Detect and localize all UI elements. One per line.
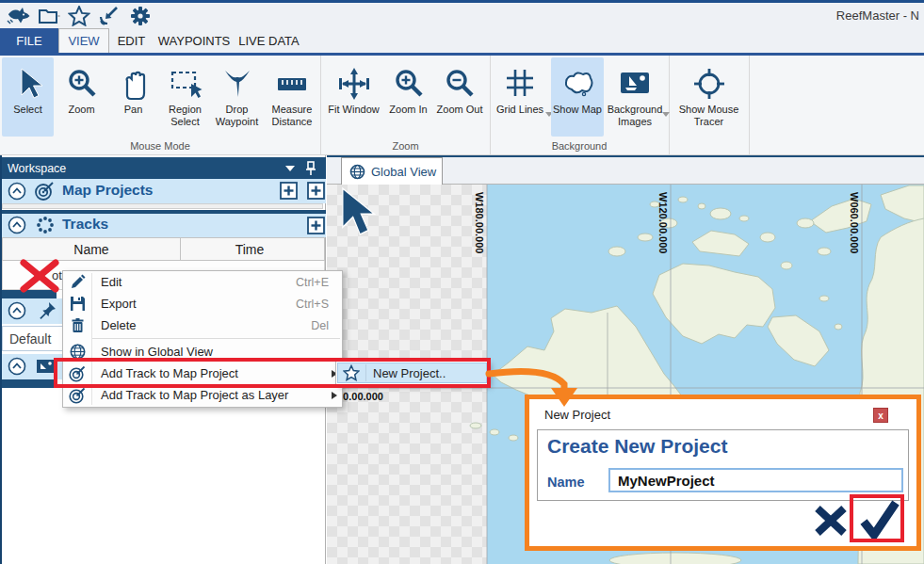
grid-lines-button[interactable]: Grid Lines xyxy=(495,57,544,137)
zoom-in-button[interactable]: Zoom In xyxy=(382,57,434,137)
workspace-header[interactable]: Workspace xyxy=(0,157,326,180)
gridline-label-w060: W060.00.000 xyxy=(849,192,860,253)
tab-waypoints[interactable]: WAYPOINTS xyxy=(154,28,235,53)
fit-window-icon xyxy=(328,57,380,101)
zoom-out-button[interactable]: Zoom Out xyxy=(435,57,484,137)
column-name[interactable]: Name xyxy=(3,238,180,260)
tab-global-view[interactable]: Global View xyxy=(341,157,443,185)
gridline-label-n60: 60.00.000 xyxy=(337,391,383,402)
ribbon: Select Zoom Pan Region Select Drop Waypo… xyxy=(0,56,924,155)
gridline-label-w180: W180.00.000 xyxy=(474,192,485,253)
pan-hand-icon xyxy=(107,57,159,101)
map-project-submenu: New Project.. xyxy=(335,361,489,385)
show-map-australia-icon xyxy=(551,57,604,101)
menu-item-edit[interactable]: Edit Ctrl+E xyxy=(63,271,342,293)
section-tracks[interactable]: Tracks xyxy=(0,214,326,237)
add-track-button[interactable] xyxy=(307,217,325,234)
pencil-icon xyxy=(63,274,91,290)
dialog-heading: Create New Project xyxy=(547,435,727,458)
dialog-form-panel: Create New Project Name xyxy=(537,429,909,501)
zoom-magnifier-icon xyxy=(56,57,107,101)
group-zoom: Fit Window Zoom In Zoom Out Zoom xyxy=(321,56,491,154)
menu-separator xyxy=(91,338,340,339)
measure-ruler-icon xyxy=(265,57,319,101)
map-projects-label: Map Projects xyxy=(62,182,153,199)
pin-panel-icon[interactable] xyxy=(305,161,316,176)
settings-gear-icon[interactable] xyxy=(130,6,151,26)
project-name-input[interactable] xyxy=(608,468,903,492)
add-map-project-button[interactable] xyxy=(280,182,298,200)
dialog-close-button[interactable]: x xyxy=(873,408,888,423)
map-tab-label: Global View xyxy=(371,165,436,179)
measure-distance-button[interactable]: Measure Distance xyxy=(265,57,319,137)
dialog-confirm-button[interactable] xyxy=(859,499,900,540)
zoom-out-icon xyxy=(435,57,484,101)
fit-window-button[interactable]: Fit Window xyxy=(328,57,380,137)
group-label-mouse-mode: Mouse Mode xyxy=(0,140,320,152)
gridline-label-w120: W120.00.000 xyxy=(657,192,669,253)
show-map-button[interactable]: Show Map xyxy=(551,57,604,137)
titlebar: ReefMaster - N xyxy=(0,3,924,28)
collapse-caret-icon[interactable] xyxy=(8,357,26,376)
selection-strip xyxy=(0,379,57,388)
tab-edit[interactable]: EDIT xyxy=(109,28,154,53)
trash-icon xyxy=(63,317,91,333)
star-icon xyxy=(343,364,360,381)
menu-item-export[interactable]: Export Ctrl+S xyxy=(63,293,342,314)
tab-file[interactable]: FILE xyxy=(0,28,58,53)
column-time[interactable]: Time xyxy=(180,238,318,260)
dialog-cancel-button[interactable] xyxy=(814,505,848,537)
select-cursor-icon xyxy=(2,57,54,101)
target-icon xyxy=(63,365,91,382)
show-mouse-tracer-button[interactable]: Show Mouse Tracer xyxy=(672,57,746,137)
open-folder-icon[interactable] xyxy=(38,7,60,25)
section-resize-bar[interactable] xyxy=(2,203,323,209)
track-context-menu: Edit Ctrl+E Export Ctrl+S Delete Del Sho… xyxy=(62,270,343,408)
menu-item-add-track-as-layer[interactable]: Add Track to Map Project as Layer xyxy=(63,384,342,406)
region-select-icon xyxy=(159,57,211,101)
background-images-button[interactable]: Background Images xyxy=(606,57,664,137)
workspace-dropdown-caret-icon[interactable] xyxy=(285,166,295,171)
select-button[interactable]: Select xyxy=(2,57,54,137)
group-label-background: Background xyxy=(490,140,669,152)
globe-icon xyxy=(349,164,365,180)
menu-item-show-in-global-view[interactable]: Show in Global View xyxy=(63,341,342,363)
zoom-button[interactable]: Zoom xyxy=(56,57,107,137)
section-map-projects[interactable]: Map Projects xyxy=(0,179,326,203)
region-select-button[interactable]: Region Select xyxy=(159,57,211,137)
add-map-project-alt-button[interactable] xyxy=(307,182,325,200)
mouse-tracer-crosshair-icon xyxy=(672,57,746,101)
target-icon xyxy=(63,387,91,404)
collapse-caret-icon[interactable] xyxy=(8,216,26,234)
menu-item-add-track-to-map-project[interactable]: Add Track to Map Project xyxy=(63,363,342,384)
drop-waypoint-button[interactable]: Drop Waypoint xyxy=(211,57,263,137)
globe-icon xyxy=(63,344,91,360)
menu-item-delete[interactable]: Delete Del xyxy=(63,314,342,336)
grid-lines-icon xyxy=(495,57,544,101)
image-icon xyxy=(36,359,57,374)
zoom-in-icon xyxy=(382,57,434,101)
pushpin-icon xyxy=(38,301,57,320)
annotation-red-x xyxy=(19,258,60,294)
group-tracer: Show Mouse Tracer xyxy=(669,56,750,154)
panel-left-border xyxy=(0,155,2,564)
pan-button[interactable]: Pan xyxy=(107,57,159,137)
name-label: Name xyxy=(547,475,585,490)
collapse-caret-icon[interactable] xyxy=(8,301,26,320)
live-sonar-icon[interactable] xyxy=(98,6,122,26)
ribbon-tab-row: FILE VIEW EDIT WAYPOINTS LIVE DATA xyxy=(0,28,924,53)
drop-waypoint-icon xyxy=(211,57,263,101)
submenu-item-new-project[interactable]: New Project.. xyxy=(337,363,487,383)
background-images-icon xyxy=(606,57,664,101)
group-mouse-mode: Select Zoom Pan Region Select Drop Waypo… xyxy=(0,56,321,154)
tab-live-data[interactable]: LIVE DATA xyxy=(235,28,303,53)
submenu-arrow-icon xyxy=(332,392,337,399)
tab-view[interactable]: VIEW xyxy=(58,28,109,53)
collapse-caret-icon[interactable] xyxy=(8,182,26,201)
group-background: Grid Lines Show Map Background Images Ba… xyxy=(490,56,670,154)
dialog-title: New Project xyxy=(544,408,610,422)
favorites-star-icon[interactable] xyxy=(68,6,90,26)
window-title: ReefMaster - N xyxy=(836,8,919,23)
save-icon xyxy=(63,296,91,312)
workspace-title: Workspace xyxy=(8,162,66,175)
